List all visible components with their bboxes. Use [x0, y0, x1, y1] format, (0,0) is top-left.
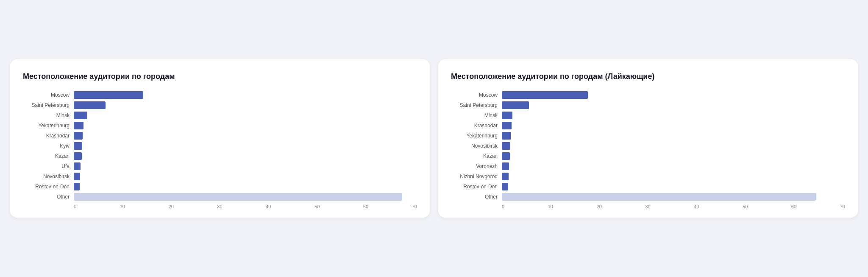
bar-fill [502, 173, 509, 180]
bar-row: Minsk [23, 112, 417, 119]
bar-track [502, 162, 845, 170]
chart-body-2: MoscowSaint PetersburgMinskKrasnodarYeka… [451, 91, 845, 209]
bar-label: Rostov-on-Don [451, 184, 502, 190]
bar-fill [502, 132, 511, 140]
bar-label: Minsk [23, 112, 74, 118]
bar-track [74, 132, 417, 140]
bars-2: MoscowSaint PetersburgMinskKrasnodarYeka… [451, 91, 845, 201]
bar-fill [74, 101, 106, 109]
x-tick: 0 [502, 204, 504, 209]
bar-track [74, 173, 417, 180]
bar-row: Moscow [451, 91, 845, 99]
bar-track [502, 193, 845, 201]
bar-row: Kazan [23, 152, 417, 160]
bar-label: Nizhni Novgorod [451, 173, 502, 179]
bar-fill [502, 183, 508, 190]
bar-label: Novosibirsk [23, 173, 74, 179]
bar-track [502, 101, 845, 109]
bar-label: Yekaterinburg [23, 123, 74, 129]
bar-label: Krasnodar [451, 123, 502, 129]
bar-row: Saint Petersburg [451, 101, 845, 109]
x-tick: 10 [548, 204, 553, 209]
bar-label: Minsk [451, 112, 502, 118]
bar-fill [74, 132, 83, 140]
chart-body-1: MoscowSaint PetersburgMinskYekaterinburg… [23, 91, 417, 209]
x-tick: 30 [645, 204, 650, 209]
bar-track [502, 142, 845, 150]
bar-fill [502, 112, 512, 119]
bar-track [502, 122, 845, 129]
bar-track [74, 91, 417, 99]
bar-track [74, 112, 417, 119]
bar-track [502, 91, 845, 99]
bar-row: Other [451, 193, 845, 201]
x-tick: 40 [266, 204, 271, 209]
bar-fill [502, 101, 529, 109]
bar-fill [502, 142, 510, 150]
x-tick: 20 [169, 204, 174, 209]
bar-label: Voronezh [451, 163, 502, 169]
bar-fill [502, 152, 510, 160]
bar-row: Rostov-on-Don [23, 183, 417, 190]
bar-label: Kyiv [23, 143, 74, 149]
bar-fill [502, 91, 588, 99]
charts-container: Местоположение аудитории по городам Mosc… [10, 59, 858, 218]
bar-label: Other [451, 194, 502, 200]
bar-label: Novosibirsk [451, 143, 502, 149]
bar-row: Ufa [23, 162, 417, 170]
bar-fill [74, 173, 80, 180]
bar-label: Saint Petersburg [23, 102, 74, 108]
bar-fill [74, 142, 82, 150]
bar-track [502, 112, 845, 119]
bar-row: Moscow [23, 91, 417, 99]
x-tick: 50 [743, 204, 748, 209]
bar-label: Moscow [451, 92, 502, 98]
chart-card-2: Местоположение аудитории по городам (Лай… [438, 59, 858, 218]
bar-fill [74, 112, 87, 119]
x-tick: 70 [840, 204, 845, 209]
bar-fill [502, 162, 509, 170]
bar-fill [74, 162, 81, 170]
bar-row: Kyiv [23, 142, 417, 150]
bar-track [74, 152, 417, 160]
x-axis-inner-1: 010203040506070 [74, 204, 417, 209]
bar-label: Moscow [23, 92, 74, 98]
x-tick: 60 [791, 204, 796, 209]
x-axis-inner-2: 010203040506070 [502, 204, 845, 209]
x-tick: 30 [217, 204, 222, 209]
bar-track [502, 152, 845, 160]
bar-label: Kazan [451, 153, 502, 159]
bar-label: Kazan [23, 153, 74, 159]
bar-label: Saint Petersburg [451, 102, 502, 108]
x-tick: 50 [314, 204, 320, 209]
bar-row: Novosibirsk [451, 142, 845, 150]
x-tick: 70 [412, 204, 417, 209]
bar-track [74, 142, 417, 150]
bar-track [74, 162, 417, 170]
bar-row: Krasnodar [451, 122, 845, 129]
x-tick: 0 [74, 204, 76, 209]
bar-track [74, 183, 417, 190]
bar-track [74, 193, 417, 201]
bar-label: Ufa [23, 163, 74, 169]
bar-label: Yekaterinburg [451, 133, 502, 139]
bar-label: Rostov-on-Don [23, 184, 74, 190]
bar-row: Novosibirsk [23, 173, 417, 180]
x-axis-1: 010203040506070 [74, 204, 417, 209]
bar-row: Voronezh [451, 162, 845, 170]
bar-track [74, 122, 417, 129]
x-tick: 10 [120, 204, 125, 209]
bar-track [74, 101, 417, 109]
bar-fill [74, 122, 83, 129]
chart-title-2: Местоположение аудитории по городам (Лай… [451, 72, 845, 81]
bar-fill [74, 91, 143, 99]
bar-track [502, 183, 845, 190]
bar-row: Yekaterinburg [23, 122, 417, 129]
chart-card-1: Местоположение аудитории по городам Mosc… [10, 59, 430, 218]
bar-row: Nizhni Novgorod [451, 173, 845, 180]
bars-1: MoscowSaint PetersburgMinskYekaterinburg… [23, 91, 417, 201]
chart-title-1: Местоположение аудитории по городам [23, 72, 417, 81]
bar-row: Rostov-on-Don [451, 183, 845, 190]
bar-row: Other [23, 193, 417, 201]
bar-row: Yekaterinburg [451, 132, 845, 140]
